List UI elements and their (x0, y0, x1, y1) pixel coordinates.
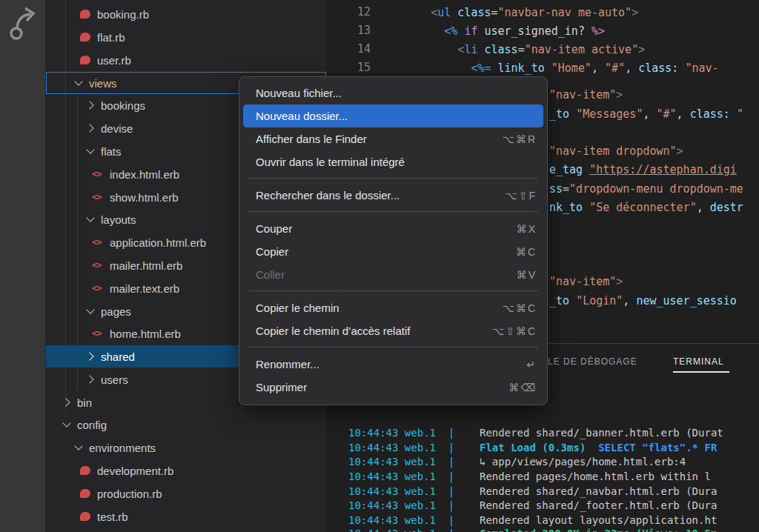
line-number: 14 (326, 40, 371, 59)
terminal-line: 10:44:43 web.1 | Rendered shared/_footer… (348, 499, 717, 513)
context-menu: Nouveau fichier... Nouveau dossier... Af… (239, 76, 548, 405)
terminal-line: 10:44:43 web.1 | Rendered shared/_navbar… (348, 485, 717, 499)
tab-terminal[interactable]: TERMINAL (673, 356, 724, 367)
terminal-line: 10:44:43 web.1 | Flat Load (0.3ms) SELEC… (348, 442, 717, 456)
tree-item-config[interactable]: config (46, 413, 326, 436)
chevron-down-icon (84, 145, 96, 157)
erb-file-icon (92, 328, 105, 339)
chevron-right-icon (84, 350, 96, 362)
chevron-down-icon (61, 419, 73, 430)
tree-item-booking-rb[interactable]: booking.rb (46, 3, 326, 25)
chevron-right-icon (61, 396, 73, 408)
ruby-file-icon (80, 466, 90, 475)
tree-item-environments[interactable]: environments (46, 436, 326, 459)
code-line-fragment: "nav-item"> (549, 88, 623, 107)
code-line: <% if user_signed_in? %> (384, 21, 605, 40)
terminal-line: 10:44:43 web.1 | Rendered pages/home.htm… (348, 471, 711, 485)
menu-item-reveal-in-finder[interactable]: Afficher dans le Finder⌥⌘R (239, 127, 547, 150)
line-number: 15 (326, 59, 371, 77)
share-icon[interactable] (6, 6, 39, 41)
code-line-fragment: "nav-item"> (549, 275, 623, 293)
code-line-fragment: _to "Login", new_user_sessio (549, 294, 737, 313)
ruby-file-icon (80, 56, 90, 64)
tree-item-flat-rb[interactable]: flat.rb (46, 26, 326, 48)
code-line-fragment: ss="dropdown-menu dropdown-me (549, 182, 743, 201)
terminal-line: 10:44:43 web.1 | Completed 200 OK in 23m… (348, 528, 717, 532)
menu-item-new-file[interactable]: Nouveau fichier... (239, 82, 547, 104)
chevron-right-icon (84, 99, 96, 111)
menu-item-delete[interactable]: Supprimer⌘⌫ (239, 376, 547, 399)
active-tab-underline (673, 371, 729, 373)
menu-item-open-in-terminal[interactable]: Ouvrir dans le terminal intégré (239, 150, 547, 173)
ruby-file-icon (80, 10, 90, 19)
ruby-file-icon (80, 33, 90, 41)
chevron-right-icon (84, 122, 96, 134)
menu-separator (248, 290, 538, 291)
menu-separator (248, 178, 538, 179)
tree-item-user-rb[interactable]: user.rb (46, 49, 326, 71)
code-line: <li class="nav-item active"> (384, 40, 645, 59)
erb-file-icon (92, 192, 105, 202)
menu-item-new-folder[interactable]: Nouveau dossier... (243, 104, 543, 127)
chevron-down-icon (84, 213, 96, 225)
code-line-fragment: e_tag "https://astephan.digi (549, 163, 737, 182)
menu-separator (248, 211, 538, 212)
code-line-fragment: _to "Messages", "#", class: " (549, 107, 743, 126)
menu-item-cut[interactable]: Couper⌘X (239, 217, 547, 240)
ruby-file-icon (80, 512, 90, 521)
tree-item-development-rb[interactable]: development.rb (46, 459, 326, 482)
line-number: 13 (326, 21, 371, 40)
terminal-line: 10:44:43 web.1 | ↳ app/views/pages/home.… (348, 456, 686, 470)
erb-file-icon (92, 237, 105, 247)
line-number: 12 (326, 3, 371, 21)
menu-item-copy[interactable]: Copier⌘C (239, 240, 547, 263)
terminal-line: 10:44:43 web.1 | Rendered layout layouts… (348, 514, 717, 528)
ruby-file-icon (80, 489, 90, 498)
code-line-fragment: "nav-item dropdown"> (549, 144, 683, 163)
chevron-down-icon (73, 77, 84, 89)
chevron-right-icon (84, 373, 96, 385)
menu-item-copy-path[interactable]: Copier le chemin⌥⌘C (239, 296, 547, 319)
menu-item-rename[interactable]: Renommer...↵ (239, 353, 547, 376)
chevron-down-icon (84, 305, 96, 317)
menu-item-find-in-folder[interactable]: Rechercher dans le dossier...⌥⇧F (239, 184, 547, 207)
activity-rail (0, 0, 46, 532)
code-line-fragment: nk_to "Se déconnecter", destr (549, 201, 743, 219)
menu-item-paste[interactable]: Coller⌘V (239, 263, 547, 286)
tree-item-test-rb[interactable]: test.rb (46, 505, 326, 528)
erb-file-icon (92, 169, 105, 179)
code-line: <%= link_to "Home", "#", class: "nav- (384, 59, 719, 77)
tree-item-production-rb[interactable]: production.rb (46, 482, 326, 505)
erb-file-icon (92, 260, 105, 270)
menu-separator (248, 347, 538, 348)
chevron-down-icon (73, 442, 84, 453)
menu-item-copy-relative-path[interactable]: Copier le chemin d’accès relatif⌥⇧⌘C (239, 319, 547, 342)
erb-file-icon (92, 283, 105, 293)
terminal-line: 10:44:43 web.1 | Rendered shared/_banner… (348, 427, 723, 441)
code-line: <ul class="navbar-nav me-auto"> (384, 3, 638, 21)
